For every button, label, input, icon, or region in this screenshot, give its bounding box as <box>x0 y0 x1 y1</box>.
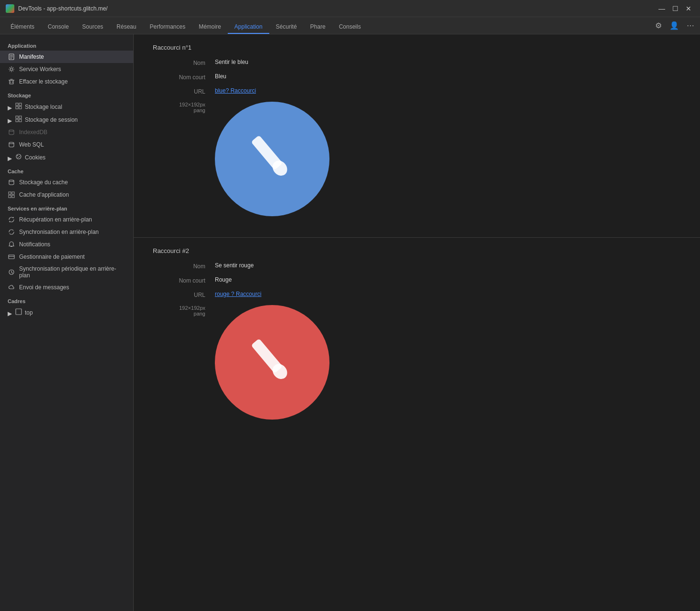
shortcut-section-2: Raccourci #2 Nom Se sentir rouge Nom cou… <box>134 238 700 441</box>
cookie-icon <box>15 153 22 161</box>
window-title: DevTools - app-shortcuts.glitch.me/ <box>18 5 652 12</box>
shortcut-1-nom-court-row: Nom court Bleu <box>153 73 681 81</box>
svg-rect-13 <box>16 116 18 118</box>
clock-icon <box>8 268 15 276</box>
sidebar-item-cache-app[interactable]: Cache d'application <box>0 189 133 201</box>
menu-icon-group: ⚙ 👤 ⋯ <box>653 20 696 34</box>
sidebar-item-manifeste[interactable]: Manifeste <box>0 51 133 63</box>
shortcut-1-nom-row: Nom Sentir le bleu <box>153 59 681 66</box>
sidebar-item-synchro[interactable]: Synchronisation en arrière-plan <box>0 226 133 238</box>
svg-rect-15 <box>16 119 18 122</box>
sidebar-item-envoi[interactable]: Envoi de messages <box>0 281 133 294</box>
sidebar-label-indexeddb: IndexedDB <box>19 129 47 136</box>
shortcut-1-nom-value: Sentir le bleu <box>215 59 248 65</box>
sidebar-item-websql[interactable]: Web SQL <box>0 138 133 151</box>
window-controls: — ☐ ✕ <box>656 3 694 14</box>
sidebar-label-synchro: Synchronisation en arrière-plan <box>19 229 99 235</box>
sidebar-label-synchro-periodic: Synchronisation périodique en arrière-pl… <box>19 265 126 279</box>
sidebar-item-cache-stockage[interactable]: Stockage du cache <box>0 176 133 189</box>
svg-rect-10 <box>19 103 21 105</box>
svg-rect-29 <box>9 255 14 259</box>
shortcut-2-nom-value: Se sentir rouge <box>215 262 254 269</box>
more-icon-button[interactable]: ⋯ <box>685 20 696 31</box>
sidebar-item-indexeddb[interactable]: IndexedDB <box>0 126 133 138</box>
tab-conseils[interactable]: Conseils <box>332 21 368 34</box>
shortcut-1-image-container: 192×192px pang <box>153 102 681 216</box>
shortcut-2-url-link[interactable]: rouge ? Raccourci <box>215 291 261 297</box>
svg-rect-25 <box>12 192 14 194</box>
svg-point-18 <box>9 142 14 144</box>
svg-point-19 <box>16 154 21 159</box>
sidebar-label-local: Stockage local <box>25 104 62 110</box>
tab-console[interactable]: Console <box>41 21 75 34</box>
shortcut-2-nom-court-row: Nom court Rouge <box>153 276 681 284</box>
sidebar-label-cache-app: Cache d'application <box>19 191 69 198</box>
expand-arrow-cookies: ▶ <box>8 155 12 160</box>
grid-icon-session <box>15 116 22 124</box>
sidebar-item-local[interactable]: ▶ Stockage local <box>0 100 133 113</box>
close-button[interactable]: ✕ <box>683 3 694 14</box>
doc-icon <box>8 53 15 61</box>
tab-memoire[interactable]: Mémoire <box>192 21 228 34</box>
sidebar-item-notifications[interactable]: Notifications <box>0 238 133 251</box>
svg-point-20 <box>17 155 18 156</box>
sidebar-label-recuperation: Récupération en arrière-plan <box>19 216 92 223</box>
sidebar-item-recuperation[interactable]: Récupération en arrière-plan <box>0 213 133 226</box>
expand-arrow-local: ▶ <box>8 105 12 109</box>
tab-application[interactable]: Application <box>228 21 269 34</box>
sidebar-label-cache-stockage: Stockage du cache <box>19 179 68 186</box>
sidebar-label-notifications: Notifications <box>19 241 50 248</box>
sidebar-section-services: Services en arrière-plan <box>0 201 133 213</box>
tab-securite[interactable]: Sécurité <box>269 21 304 34</box>
tab-performances[interactable]: Performances <box>143 21 192 34</box>
shortcut-1-url-link[interactable]: blue? Raccourci <box>215 87 256 94</box>
sidebar-label-envoi: Envoi de messages <box>19 284 69 291</box>
svg-point-22 <box>18 157 19 158</box>
shortcut-1-image-label-col: 192×192px pang <box>153 102 215 113</box>
shortcut-2-url-label: URL <box>153 291 215 298</box>
sidebar-item-paiement[interactable]: Gestionnaire de paiement <box>0 251 133 263</box>
sidebar-item-service-workers[interactable]: Service Workers <box>0 63 133 75</box>
shortcut-2-nom-row: Nom Se sentir rouge <box>153 262 681 270</box>
sidebar-section-stockage: Stockage <box>0 88 133 100</box>
svg-rect-26 <box>9 195 11 198</box>
main-layout: Application Manifeste Service Workers Ef… <box>0 34 700 611</box>
sidebar-label-top: top <box>25 309 33 316</box>
cloud-icon <box>8 284 15 291</box>
shortcut-1-size: 192×192px <box>153 102 205 107</box>
tab-sources[interactable]: Sources <box>75 21 110 34</box>
sidebar: Application Manifeste Service Workers Ef… <box>0 34 134 611</box>
sidebar-label-session: Stockage de session <box>25 116 78 123</box>
expand-arrow-top: ▶ <box>8 310 12 315</box>
sync-icon <box>8 228 15 236</box>
app-icon <box>6 4 14 13</box>
menu-bar: Éléments Console Sources Réseau Performa… <box>0 17 700 34</box>
sidebar-item-effacer[interactable]: Effacer le stockage <box>0 75 133 88</box>
sidebar-section-application: Application <box>0 38 133 51</box>
sidebar-item-session[interactable]: ▶ Stockage de session <box>0 113 133 126</box>
grid-icon-cache <box>8 191 15 199</box>
tab-reseau[interactable]: Réseau <box>110 21 143 34</box>
svg-point-23 <box>9 180 14 181</box>
svg-rect-11 <box>16 106 18 109</box>
title-bar: DevTools - app-shortcuts.glitch.me/ — ☐ … <box>0 0 700 17</box>
sidebar-section-cadres: Cadres <box>0 294 133 306</box>
sidebar-item-cookies[interactable]: ▶ Cookies <box>0 151 133 164</box>
settings-icon-button[interactable]: ⚙ <box>653 20 664 31</box>
sidebar-section-cache: Cache <box>0 164 133 176</box>
shortcut-1-icon <box>215 102 329 216</box>
svg-point-21 <box>19 156 20 157</box>
svg-rect-32 <box>16 309 21 315</box>
svg-rect-27 <box>12 195 14 198</box>
sidebar-item-synchro-periodic[interactable]: Synchronisation périodique en arrière-pl… <box>0 263 133 281</box>
sidebar-label-cookies: Cookies <box>25 154 45 161</box>
user-icon-button[interactable]: 👤 <box>668 20 681 31</box>
tab-elements[interactable]: Éléments <box>4 21 41 34</box>
tab-phare[interactable]: Phare <box>304 21 332 34</box>
maximize-button[interactable]: ☐ <box>669 3 681 14</box>
minimize-button[interactable]: — <box>656 3 668 14</box>
shortcut-section-1: Raccourci n°1 Nom Sentir le bleu Nom cou… <box>134 34 700 238</box>
sidebar-label-websql: Web SQL <box>19 141 44 148</box>
shortcut-2-image-label-col: 192×192px pang <box>153 305 215 316</box>
sidebar-item-top[interactable]: ▶ top <box>0 306 133 319</box>
